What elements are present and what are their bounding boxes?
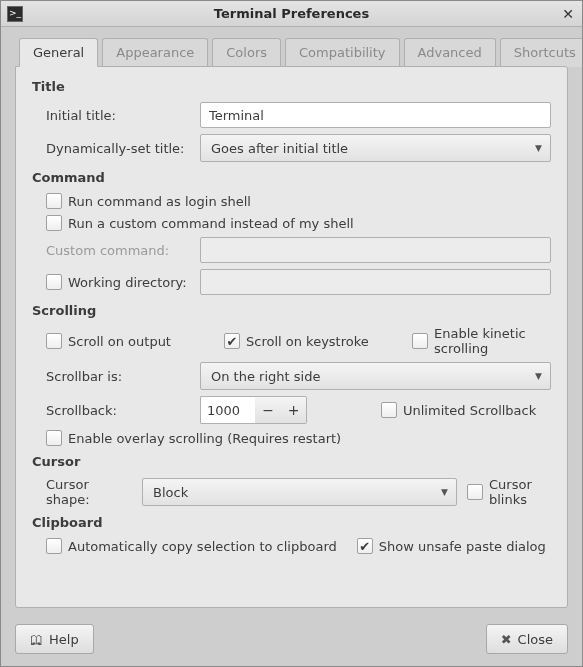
cursor-blinks-check[interactable]: Cursor blinks: [467, 477, 551, 507]
close-icon: ✖: [501, 633, 512, 646]
dyn-title-value: Goes after initial title: [211, 141, 348, 156]
dyn-title-select[interactable]: Goes after initial title ▼: [200, 134, 551, 162]
cursor-shape-value: Block: [153, 485, 188, 500]
general-panel: Title Initial title: Dynamically-set tit…: [15, 66, 568, 608]
chevron-down-icon: ▼: [441, 487, 448, 497]
help-icon: 🕮: [30, 633, 43, 646]
cursor-heading: Cursor: [32, 454, 551, 469]
scroll-keystroke-label: Scroll on keystroke: [246, 334, 369, 349]
kinetic-check[interactable]: Enable kinetic scrolling: [412, 326, 551, 356]
login-shell-label: Run command as login shell: [68, 194, 251, 209]
working-dir-input: [200, 269, 551, 295]
checkbox-icon: [412, 333, 428, 349]
cursor-shape-select[interactable]: Block ▼: [142, 478, 457, 506]
login-shell-check[interactable]: Run command as login shell: [46, 193, 251, 209]
initial-title-input[interactable]: [200, 102, 551, 128]
tab-shortcuts[interactable]: Shortcuts: [500, 38, 583, 67]
chevron-down-icon: ▼: [535, 143, 542, 153]
scrollback-spinner: − +: [200, 396, 307, 424]
overlay-label: Enable overlay scrolling (Requires resta…: [68, 431, 341, 446]
scroll-keystroke-check[interactable]: Scroll on keystroke: [224, 333, 384, 349]
autocopy-check[interactable]: Automatically copy selection to clipboar…: [46, 538, 337, 554]
unsafe-label: Show unsafe paste dialog: [379, 539, 546, 554]
scrollback-minus-button[interactable]: −: [255, 396, 281, 424]
checkbox-icon: [46, 538, 62, 554]
cursor-blinks-label: Cursor blinks: [489, 477, 551, 507]
custom-cmd-check[interactable]: Run a custom command instead of my shell: [46, 215, 354, 231]
command-heading: Command: [32, 170, 551, 185]
unlimited-label: Unlimited Scrollback: [403, 403, 536, 418]
checkbox-icon: [224, 333, 240, 349]
kinetic-label: Enable kinetic scrolling: [434, 326, 551, 356]
clipboard-heading: Clipboard: [32, 515, 551, 530]
help-label: Help: [49, 632, 79, 647]
checkbox-icon: [46, 193, 62, 209]
custom-cmd-input: [200, 237, 551, 263]
tab-appearance[interactable]: Appearance: [102, 38, 208, 67]
custom-cmd-label: Custom command:: [32, 243, 190, 258]
working-dir-row: Working directory:: [32, 274, 190, 290]
window-title: Terminal Preferences: [23, 6, 560, 21]
terminal-icon: >_: [7, 6, 23, 22]
cursor-shape-label: Cursor shape:: [32, 477, 132, 507]
title-heading: Title: [32, 79, 551, 94]
overlay-check[interactable]: Enable overlay scrolling (Requires resta…: [46, 430, 341, 446]
scrollback-input[interactable]: [200, 396, 255, 424]
scrolling-heading: Scrolling: [32, 303, 551, 318]
checkbox-icon: [46, 215, 62, 231]
unlimited-check[interactable]: Unlimited Scrollback: [381, 402, 551, 418]
initial-title-label: Initial title:: [32, 108, 190, 123]
close-button[interactable]: ✖ Close: [486, 624, 568, 654]
chevron-down-icon: ▼: [535, 371, 542, 381]
tab-bar: General Appearance Colors Compatibility …: [15, 37, 568, 66]
checkbox-icon: [46, 274, 62, 290]
tab-colors[interactable]: Colors: [212, 38, 281, 67]
scrollback-plus-button[interactable]: +: [281, 396, 307, 424]
scrollbar-value: On the right side: [211, 369, 320, 384]
help-button[interactable]: 🕮 Help: [15, 624, 94, 654]
close-icon[interactable]: ✕: [560, 6, 576, 22]
custom-cmd-check-label: Run a custom command instead of my shell: [68, 216, 354, 231]
unsafe-check[interactable]: Show unsafe paste dialog: [357, 538, 546, 554]
tab-advanced[interactable]: Advanced: [404, 38, 496, 67]
working-dir-check[interactable]: Working directory:: [46, 274, 187, 290]
working-dir-label: Working directory:: [68, 275, 187, 290]
dyn-title-label: Dynamically-set title:: [32, 141, 190, 156]
checkbox-icon: [357, 538, 373, 554]
checkbox-icon: [46, 430, 62, 446]
checkbox-icon: [381, 402, 397, 418]
footer: 🕮 Help ✖ Close: [1, 616, 582, 666]
checkbox-icon: [467, 484, 483, 500]
tab-compatibility[interactable]: Compatibility: [285, 38, 400, 67]
checkbox-icon: [46, 333, 62, 349]
titlebar: >_ Terminal Preferences ✕: [1, 1, 582, 27]
scroll-output-check[interactable]: Scroll on output: [46, 333, 196, 349]
autocopy-label: Automatically copy selection to clipboar…: [68, 539, 337, 554]
scroll-output-label: Scroll on output: [68, 334, 171, 349]
scrollback-label: Scrollback:: [32, 403, 190, 418]
tab-general[interactable]: General: [19, 38, 98, 67]
scrollbar-select[interactable]: On the right side ▼: [200, 362, 551, 390]
close-label: Close: [518, 632, 553, 647]
scrollbar-label: Scrollbar is:: [32, 369, 190, 384]
content: General Appearance Colors Compatibility …: [1, 27, 582, 616]
